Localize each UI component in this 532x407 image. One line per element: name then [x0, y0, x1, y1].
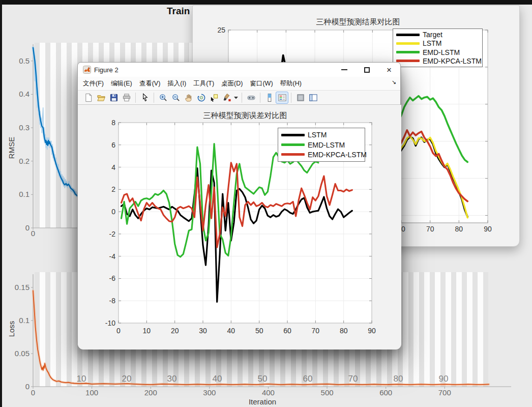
- legend-line-sample: [281, 143, 305, 146]
- hide-plot-tools-icon: [296, 93, 305, 102]
- y-tick-label: 8: [111, 119, 115, 127]
- epoch-label: 50: [258, 374, 268, 384]
- y-tick-label: -10: [105, 319, 115, 327]
- x-tick-label: 10: [143, 327, 151, 335]
- screen-left-bezel: [0, 0, 2, 407]
- y-tick-label: 0.1: [19, 190, 29, 198]
- x-tick-label: 30: [199, 327, 207, 335]
- cursor-arrow-icon: [140, 93, 150, 102]
- toolbar-new-file-button[interactable]: [82, 92, 95, 104]
- epoch-label: 60: [303, 374, 313, 384]
- toolbar-zoom-in-button[interactable]: [157, 92, 169, 104]
- y-tick-label: 6: [111, 141, 115, 149]
- link-plots-icon: [247, 93, 256, 102]
- toolbar-show-plot-tools-button[interactable]: [307, 92, 319, 104]
- toolbar-separator: [291, 93, 291, 103]
- x-tick-label: 200: [144, 388, 157, 397]
- legend-entry: LSTM: [396, 39, 479, 47]
- legend-line-sample: [396, 34, 420, 36]
- toolbar-separator: [260, 93, 260, 103]
- legend-entry: Target: [396, 31, 479, 39]
- minimize-icon: [341, 69, 347, 70]
- legend-label: LSTM: [423, 39, 441, 47]
- menu-item-edit[interactable]: 编辑(E): [111, 79, 132, 88]
- toolbar-rotate3d-button[interactable]: [195, 92, 208, 104]
- toolbar-data-cursor-button[interactable]: [208, 92, 220, 104]
- toolbar-save-button[interactable]: [107, 92, 120, 104]
- toolbar-link-plots-button[interactable]: [245, 92, 257, 104]
- rotate-3d-icon: [197, 93, 206, 102]
- y-tick-label: 0: [25, 223, 29, 232]
- toolbar-separator: [154, 93, 154, 103]
- dropdown-caret-icon: [234, 96, 238, 99]
- toolbar-print-button[interactable]: [120, 92, 133, 104]
- menu-item-view[interactable]: 查看(V): [139, 79, 161, 88]
- toolbar-separator: [242, 93, 242, 103]
- x-tick-label: 0: [31, 229, 35, 238]
- x-tick-label: 400: [262, 388, 275, 397]
- legend-line-sample: [281, 134, 305, 136]
- legend-line-sample: [396, 42, 420, 45]
- iteration-axis-label: Iteration: [237, 397, 288, 406]
- matlab-icon: [83, 66, 91, 74]
- y-tick-label: 0: [25, 382, 29, 391]
- menu-overflow-arrow-icon[interactable]: ↘: [392, 79, 396, 85]
- menu-item-help[interactable]: 帮助(H): [280, 79, 302, 88]
- x-tick-label: 0: [31, 388, 35, 397]
- menu-item-file[interactable]: 文件(F): [83, 79, 104, 88]
- close-button[interactable]: ×: [378, 63, 400, 77]
- y-tick-label: -6: [109, 274, 116, 282]
- y-tick-label: 0.15: [15, 283, 29, 292]
- toolbar-insert-legend-button[interactable]: [276, 92, 288, 104]
- toolbar-separator: [135, 93, 136, 103]
- toolbar-pan-button[interactable]: [182, 92, 195, 104]
- x-tick-label: 90: [368, 327, 376, 335]
- x-tick-label: 600: [379, 388, 392, 397]
- legend-line-sample: [281, 153, 305, 156]
- figure2-window: Figure 2 × 文件(F)编辑(E)查看(V)插入(I)工具(T)桌面(D…: [77, 62, 401, 350]
- toolbar-open-file-button[interactable]: [95, 92, 107, 104]
- y-tick-label: -2: [109, 230, 116, 238]
- menu-item-tools[interactable]: 工具(T): [193, 79, 214, 88]
- close-icon: ×: [387, 66, 392, 74]
- toolbar-brush-button[interactable]: [220, 92, 233, 104]
- error-plot-legend[interactable]: LSTMEMD-LSTMEMD-KPCA-LSTM: [278, 128, 365, 162]
- legend-label: EMD-LSTM: [423, 48, 460, 56]
- legend-entry: EMD-KPCA-LSTM: [396, 57, 479, 65]
- figure2-titlebar[interactable]: Figure 2 ×: [78, 63, 400, 77]
- legend-label: Target: [423, 31, 442, 39]
- training-window-title: Train: [167, 6, 190, 17]
- print-icon: [122, 93, 131, 102]
- y-tick-label: 0.4: [19, 90, 29, 98]
- new-file-icon: [84, 93, 93, 102]
- toolbar-cursor-button[interactable]: [138, 92, 151, 104]
- toolbar-brush-dropdown-button[interactable]: [233, 92, 239, 104]
- y-tick-label: 0.1: [19, 316, 29, 325]
- toolbar-hide-plot-tools-button[interactable]: [294, 92, 307, 104]
- y-tick-label: 0.05: [15, 349, 29, 358]
- menu-item-insert[interactable]: 插入(I): [167, 79, 186, 88]
- loss-axis-label: Loss: [7, 306, 16, 352]
- x-tick-label: 80: [455, 225, 463, 233]
- toolbar-zoom-out-button[interactable]: [169, 92, 182, 104]
- maximize-button[interactable]: [356, 63, 378, 77]
- data-cursor-icon: [210, 93, 219, 102]
- y-tick-label: 0.3: [19, 123, 29, 132]
- toolbar-insert-colorbar-button[interactable]: [263, 92, 276, 104]
- menu-item-desktop[interactable]: 桌面(D): [221, 79, 243, 88]
- epoch-label: 40: [213, 374, 222, 384]
- legend-line-sample: [396, 60, 420, 62]
- y-tick-label: 0.2: [19, 157, 29, 165]
- epoch-label: 20: [122, 374, 132, 384]
- menu-item-window[interactable]: 窗口(W): [250, 79, 273, 88]
- x-tick-label: 90: [484, 225, 492, 233]
- insert-colorbar-icon: [265, 93, 274, 102]
- legend-label: EMD-KPCA-LSTM: [308, 151, 367, 159]
- legend-entry: EMD-KPCA-LSTM: [281, 151, 362, 159]
- epoch-label: 80: [394, 374, 403, 384]
- minimize-button[interactable]: [333, 63, 356, 77]
- legend-entry: EMD-LSTM: [281, 141, 362, 149]
- screen-top-bezel: [0, 0, 532, 5]
- y-tick-label: -4: [109, 252, 116, 260]
- result-plot-legend[interactable]: TargetLSTMEMD-LSTMEMD-KPCA-LSTM: [393, 28, 483, 67]
